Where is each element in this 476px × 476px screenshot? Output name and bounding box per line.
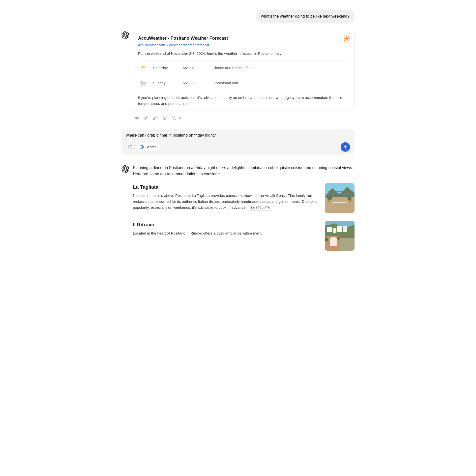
svg-line-6 — [349, 40, 349, 41]
la-tagliata-name: La Tagliata — [133, 183, 320, 191]
forecast-note: If you're planning outdoor activities, i… — [138, 95, 349, 107]
source-breadcrumb[interactable]: accuweather.com › positano weather forec… — [138, 43, 349, 48]
weather-row-sunday: Sunday 65° 52° Occasional rain — [138, 76, 349, 91]
saturday-low: 51° — [189, 66, 195, 70]
svg-line-7 — [349, 36, 349, 37]
sun-icon — [343, 35, 350, 42]
svg-line-16 — [143, 85, 143, 86]
saturday-description: Clouds and breaks of sun — [212, 65, 255, 71]
forecast-intro: For the weekend of November 2-3, 2024, h… — [138, 51, 349, 57]
search-label: Search — [146, 145, 156, 149]
user-message-1-bubble: what's the weather going to be like next… — [256, 10, 355, 23]
la-tagliata-desc: Nestled in the hills above Positano, La … — [133, 193, 320, 211]
svg-line-8 — [345, 40, 345, 41]
input-area: where can i grab dinner in positano on f… — [121, 129, 355, 155]
svg-point-0 — [345, 37, 348, 40]
svg-rect-38 — [333, 228, 336, 233]
ai-response-2-content: Planning a dinner in Positano on a Frida… — [133, 165, 355, 259]
svg-point-31 — [336, 200, 338, 202]
breadcrumb-separator: › — [167, 43, 168, 48]
ai-avatar-2 — [121, 165, 129, 173]
saturday-high: 66° — [183, 66, 188, 70]
svg-rect-18 — [146, 117, 148, 120]
sunday-low: 52° — [189, 81, 195, 85]
input-left-actions: Search — [126, 143, 160, 151]
attach-button[interactable] — [126, 143, 134, 151]
svg-line-15 — [141, 85, 142, 86]
ai-response-2: Planning a dinner in Positano on a Frida… — [121, 165, 355, 259]
thumbs-down-button[interactable] — [161, 115, 169, 121]
svg-line-5 — [345, 36, 345, 37]
svg-rect-37 — [327, 227, 332, 232]
sunday-description: Occasional rain — [212, 80, 238, 86]
weather-row-saturday: Saturday 66° 51° Clouds and breaks of su… — [138, 60, 349, 76]
source-title: AccuWeather - Positano Weather Forecast — [138, 35, 349, 42]
source-card: AccuWeather - Positano Weather Forecast … — [133, 31, 355, 111]
chat-input[interactable]: where can i grab dinner in positano on f… — [126, 133, 350, 138]
sunday-high: 65° — [183, 81, 188, 85]
svg-rect-30 — [328, 191, 352, 192]
copy-button[interactable] — [142, 115, 150, 121]
svg-point-26 — [327, 195, 332, 200]
il-ritrovo-image — [325, 221, 355, 251]
restaurant-la-tagliata: La Tagliata Nestled in the hills above P… — [133, 183, 355, 213]
chat-container: what's the weather going to be like next… — [117, 0, 359, 276]
dinner-intro: Planning a dinner in Positano on a Frida… — [133, 165, 355, 177]
restaurant-il-ritrovo: Il Ritrovo Located in the heart of Posit… — [133, 221, 355, 251]
la-tagliata-tag: LA TAGLIATA — [249, 205, 272, 211]
il-ritrovo-info: Il Ritrovo Located in the heart of Posit… — [133, 221, 320, 236]
saturday-weather-icon — [138, 64, 148, 73]
sunday-temps: 65° 52° — [183, 80, 208, 86]
la-tagliata-image — [325, 183, 355, 213]
ai-response-1-content: AccuWeather - Positano Weather Forecast … — [133, 31, 355, 121]
la-tagliata-info: La Tagliata Nestled in the hills above P… — [133, 183, 320, 211]
input-toolbar: Search — [126, 142, 350, 152]
regenerate-button[interactable] — [171, 115, 183, 121]
svg-rect-33 — [325, 193, 355, 195]
svg-point-11 — [142, 68, 146, 71]
send-button[interactable] — [341, 142, 350, 152]
tts-button[interactable] — [133, 115, 140, 121]
svg-point-44 — [337, 237, 340, 240]
search-button[interactable]: Search — [136, 143, 160, 151]
sunday-weather-icon — [138, 79, 148, 88]
user-message-1-text: what's the weather going to be like next… — [261, 14, 350, 18]
il-ritrovo-name: Il Ritrovo — [133, 221, 320, 228]
action-buttons — [133, 115, 355, 121]
user-message-1-wrapper: what's the weather going to be like next… — [121, 10, 355, 23]
ai-response-1: AccuWeather - Positano Weather Forecast … — [121, 31, 355, 121]
svg-rect-25 — [332, 202, 347, 203]
svg-rect-39 — [337, 226, 342, 232]
il-ritrovo-desc: Located in the heart of Positano, Il Rit… — [133, 230, 320, 236]
svg-point-14 — [144, 82, 147, 84]
breadcrumb-page: positano weather forecast — [169, 43, 209, 48]
saturday-temps: 66° 51° — [183, 65, 208, 71]
svg-rect-40 — [343, 226, 347, 232]
thumbs-up-button[interactable] — [152, 115, 159, 121]
saturday-label: Saturday — [153, 65, 178, 71]
svg-line-17 — [144, 85, 145, 86]
sunday-label: Sunday — [153, 80, 178, 86]
svg-point-32 — [341, 200, 343, 202]
svg-rect-42 — [340, 235, 355, 251]
ai-avatar-1 — [121, 31, 129, 39]
breadcrumb-domain: accuweather.com — [138, 43, 165, 48]
